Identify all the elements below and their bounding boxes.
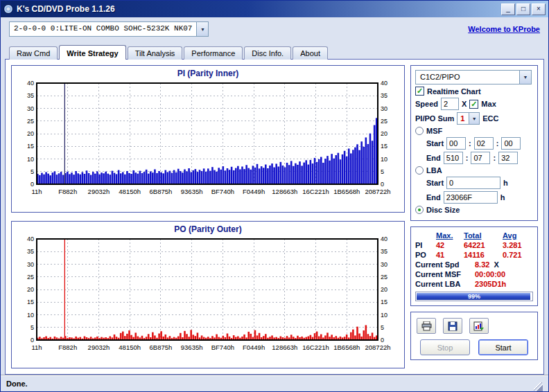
- svg-text:128663h: 128663h: [272, 344, 297, 351]
- current-lba-value: 2305D1h: [475, 280, 533, 288]
- current-speed-unit: X: [494, 260, 499, 269]
- window-title: K's CD/DVD Probe 1.1.26: [17, 4, 498, 14]
- progress-text: 99%: [416, 292, 532, 301]
- svg-text:6B875h: 6B875h: [150, 188, 173, 195]
- current-lba-row: Current LBA 2305D1h: [415, 280, 533, 288]
- export-button[interactable]: [469, 318, 489, 334]
- stats-table: Max. Total Avg PI 42 64221 3.281 PO 41 1…: [415, 231, 533, 259]
- pipo-sum-row: PI/PO Sum 1 ▼ ECC: [415, 112, 533, 125]
- lba-radio[interactable]: [415, 166, 424, 175]
- current-speed-label: Current Spd: [415, 260, 475, 269]
- realtime-chart-row: ✓ Realtime Chart: [415, 87, 533, 96]
- start-button[interactable]: Start: [478, 339, 528, 355]
- svg-text:F882h: F882h: [58, 344, 77, 351]
- stats-groupbox: Max. Total Avg PI 42 64221 3.281 PO 41 1…: [410, 226, 538, 306]
- svg-text:0: 0: [381, 337, 384, 344]
- svg-text:15: 15: [381, 143, 387, 150]
- svg-text:20: 20: [27, 286, 34, 293]
- svg-text:48150h: 48150h: [119, 344, 141, 351]
- max-label: Max: [481, 100, 496, 108]
- charts-column: PI (Parity Inner) 0055101015152020252530…: [11, 65, 405, 368]
- stats-pi-total: 64221: [464, 241, 503, 249]
- tab-tilt-analysis[interactable]: Tilt Analysis: [128, 46, 183, 60]
- caption-buttons: _ □ ×: [501, 3, 546, 15]
- lba-end-input[interactable]: [444, 191, 498, 204]
- status-text: Done.: [6, 380, 28, 388]
- svg-text:35: 35: [27, 248, 34, 255]
- svg-text:30: 30: [27, 105, 34, 112]
- speed-input[interactable]: [441, 98, 459, 110]
- max-speed-checkbox[interactable]: ✓: [469, 100, 478, 109]
- resize-grip[interactable]: [534, 382, 543, 391]
- msf-start-min-input[interactable]: [446, 137, 466, 150]
- msf-start-frame-input[interactable]: [501, 137, 521, 150]
- svg-text:25: 25: [27, 274, 34, 280]
- tab-about[interactable]: About: [293, 46, 328, 60]
- stats-header-avg: Avg: [503, 231, 533, 240]
- mode-combo-dropdown-icon[interactable]: ▼: [519, 71, 531, 84]
- pipo-sum-dropdown-icon[interactable]: ▼: [469, 113, 479, 124]
- svg-text:25: 25: [381, 274, 387, 280]
- disc-size-radio[interactable]: [415, 206, 424, 214]
- print-button[interactable]: [417, 318, 436, 334]
- lba-start-row: Start h: [426, 177, 533, 189]
- export-chart-icon: [473, 321, 485, 331]
- stats-po-avg: 0.721: [503, 251, 533, 259]
- svg-text:93635h: 93635h: [181, 344, 203, 351]
- lba-end-label: End: [426, 193, 441, 202]
- pi-chart-panel: PI (Parity Inner) 0055101015152020252530…: [11, 65, 405, 213]
- svg-text:11h: 11h: [31, 188, 42, 195]
- maximize-icon: □: [521, 5, 525, 12]
- msf-label: MSF: [426, 127, 442, 135]
- drive-select-combo[interactable]: 2-0-0-0 0:LITE-ON COMBO SOHC-5232K NK07 …: [9, 21, 209, 37]
- welcome-link[interactable]: Welcome to KProbe: [468, 25, 540, 33]
- main-frame: PI (Parity Inner) 0055101015152020252530…: [5, 59, 544, 375]
- svg-text:29032h: 29032h: [88, 188, 110, 195]
- lba-radio-row: LBA: [415, 166, 533, 175]
- current-msf-row: Current MSF 00:00:00: [415, 270, 533, 278]
- lba-start-input[interactable]: [446, 177, 500, 189]
- stats-po-total: 14116: [464, 251, 503, 259]
- stats-header-max: Max.: [436, 231, 464, 240]
- drive-select-dropdown-icon[interactable]: ▼: [196, 22, 208, 36]
- tab-performance[interactable]: Performance: [184, 46, 243, 60]
- svg-text:16C221h: 16C221h: [302, 344, 329, 351]
- mode-combo[interactable]: C1C2/PIPO ▼: [415, 70, 532, 84]
- msf-end-min-input[interactable]: [444, 152, 463, 164]
- disc-size-label: Disc Size: [426, 206, 460, 214]
- msf-radio[interactable]: [415, 127, 424, 135]
- minimize-icon: _: [506, 5, 510, 12]
- tab-write-strategy[interactable]: Write Strategy: [59, 45, 125, 60]
- svg-text:5: 5: [381, 168, 384, 175]
- disc-size-radio-row: Disc Size: [415, 206, 533, 214]
- svg-text:40: 40: [381, 80, 387, 87]
- maximize-button[interactable]: □: [516, 3, 530, 15]
- close-button[interactable]: ×: [532, 3, 546, 15]
- tabstrip: Raw Cmd Write Strategy Tilt Analysis Per…: [1, 41, 548, 59]
- svg-text:25: 25: [27, 118, 34, 125]
- svg-text:20: 20: [27, 130, 34, 137]
- speed-label: Speed: [415, 100, 438, 108]
- controls-column: C1C2/PIPO ▼ ✓ Realtime Chart Speed X ✓ M…: [410, 65, 538, 368]
- stats-po-label: PO: [415, 251, 436, 259]
- svg-text:10: 10: [27, 156, 34, 163]
- po-chart-panel: PO (Parity Outer) 0055101015152020252530…: [11, 221, 405, 368]
- msf-end-frame-input[interactable]: [498, 152, 518, 164]
- msf-end-sec-input[interactable]: [471, 152, 490, 164]
- svg-text:10: 10: [381, 312, 387, 319]
- app-window: K's CD/DVD Probe 1.1.26 _ □ × 2-0-0-0 0:…: [0, 0, 549, 392]
- realtime-chart-checkbox[interactable]: ✓: [415, 87, 424, 96]
- stop-button[interactable]: Stop: [420, 339, 470, 355]
- svg-text:16C221h: 16C221h: [302, 188, 329, 195]
- svg-text:BF740h: BF740h: [211, 344, 234, 351]
- status-bar: Done.: [1, 375, 548, 391]
- speed-row: Speed X ✓ Max: [415, 98, 533, 110]
- msf-start-sec-input[interactable]: [474, 137, 494, 150]
- ecc-label: ECC: [482, 114, 498, 123]
- tab-disc-info[interactable]: Disc Info.: [244, 46, 291, 60]
- tab-raw-cmd[interactable]: Raw Cmd: [9, 46, 58, 60]
- pipo-sum-combo[interactable]: 1 ▼: [457, 112, 480, 125]
- pi-chart-canvas: 0055101015152020252530303535404011hF882h…: [15, 79, 401, 205]
- minimize-button[interactable]: _: [501, 3, 515, 15]
- save-button[interactable]: [443, 318, 462, 334]
